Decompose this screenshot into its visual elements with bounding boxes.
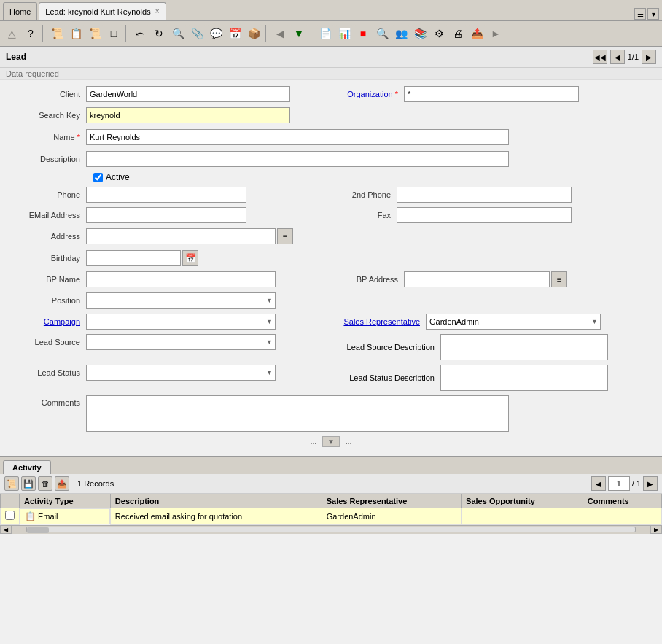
lead-title: Lead bbox=[6, 52, 26, 62]
birthday-input[interactable] bbox=[86, 250, 181, 266]
second-phone-col: 2nd Phone bbox=[338, 187, 656, 203]
divider-down-btn[interactable]: ▼ bbox=[322, 436, 340, 447]
salesrep-link[interactable]: Sales Representative bbox=[343, 317, 420, 326]
search-key-input[interactable] bbox=[86, 107, 290, 123]
nav-first-button[interactable]: ◀◀ bbox=[593, 50, 607, 64]
salesrep-select[interactable]: GardenAdmin bbox=[426, 314, 601, 330]
save-grid-button[interactable]: 📜 bbox=[86, 25, 104, 42]
copy-button[interactable]: 📋 bbox=[67, 25, 85, 42]
window-down-icon[interactable]: ▾ bbox=[647, 8, 659, 20]
lead-status-label: Lead Status bbox=[6, 368, 86, 377]
address-input[interactable] bbox=[86, 228, 276, 244]
client-input[interactable] bbox=[86, 86, 290, 102]
tab-lead-label: Lead: kreynold Kurt Reynolds bbox=[45, 7, 150, 16]
comments-input[interactable] bbox=[86, 395, 509, 432]
tab-lead-close[interactable]: × bbox=[155, 7, 160, 15]
email-col: EMail Address bbox=[6, 207, 324, 223]
export-button[interactable]: 📤 bbox=[468, 25, 486, 42]
book-button[interactable]: 📚 bbox=[411, 25, 429, 42]
name-input[interactable] bbox=[86, 129, 509, 145]
zoom-button[interactable]: 🔍 bbox=[169, 25, 187, 42]
activity-save-btn[interactable]: 💾 bbox=[21, 476, 36, 491]
main-content-area: Lead ◀◀ ◀ 1/1 ▶ Data requeried Client Or… bbox=[0, 47, 662, 644]
activity-col-opportunity[interactable]: Sales Opportunity bbox=[462, 494, 583, 508]
nav-forward-button[interactable]: ▼ bbox=[290, 25, 308, 42]
doc-button[interactable]: 📄 bbox=[316, 25, 334, 42]
scroll-thumb[interactable] bbox=[27, 527, 49, 533]
lead-status-select[interactable] bbox=[86, 365, 276, 381]
row-salesrep: GardenAdmin bbox=[322, 508, 461, 525]
back-button[interactable]: △ bbox=[3, 25, 20, 42]
second-phone-input[interactable] bbox=[397, 187, 572, 203]
scroll-track[interactable] bbox=[26, 527, 636, 532]
position-select[interactable] bbox=[86, 292, 276, 309]
lead-source-desc-input[interactable] bbox=[440, 334, 608, 360]
activity-col-description[interactable]: Description bbox=[110, 494, 322, 508]
activity-col-type[interactable]: Activity Type bbox=[20, 494, 111, 508]
calendar-button[interactable]: 📅 bbox=[226, 25, 244, 42]
description-input[interactable] bbox=[86, 151, 509, 167]
birthday-row: Birthday 📅 bbox=[6, 249, 656, 267]
nav-page-display: 1/1 bbox=[628, 53, 639, 61]
activity-delete-btn[interactable]: 🗑 bbox=[38, 476, 52, 491]
email-input[interactable] bbox=[86, 207, 246, 223]
nav-next-button[interactable]: ▶ bbox=[642, 50, 656, 64]
undo-button[interactable]: ⤺ bbox=[131, 25, 149, 42]
leadstatus-desc-col: Lead Status Description bbox=[338, 365, 656, 391]
more-button[interactable]: ► bbox=[487, 25, 505, 42]
bp-address-map-button[interactable]: ≡ bbox=[551, 271, 567, 287]
activity-nav-page[interactable] bbox=[608, 476, 630, 491]
tab-lead[interactable]: Lead: kreynold Kurt Reynolds × bbox=[39, 2, 166, 20]
search2-button[interactable]: 🔍 bbox=[373, 25, 391, 42]
scroll-right-btn[interactable]: ▶ bbox=[650, 525, 662, 534]
horizontal-scrollbar[interactable]: ◀ ▶ bbox=[0, 525, 662, 534]
people-button[interactable]: 👥 bbox=[392, 25, 410, 42]
scroll-left-btn[interactable]: ◀ bbox=[0, 525, 12, 534]
table-row: 📋 Email Received email asking for quotat… bbox=[1, 508, 662, 525]
nav-prev-button[interactable]: ◀ bbox=[610, 50, 625, 64]
address-map-button[interactable]: ≡ bbox=[277, 228, 293, 244]
phone-input[interactable] bbox=[86, 187, 246, 203]
lead-source-select[interactable] bbox=[86, 334, 276, 350]
window-menu-icon[interactable]: ☰ bbox=[634, 8, 646, 20]
flag-button[interactable]: ■ bbox=[354, 25, 372, 42]
activity-nav-next[interactable]: ▶ bbox=[643, 476, 658, 491]
activity-nav-prev[interactable]: ◀ bbox=[591, 476, 606, 491]
active-checkbox[interactable] bbox=[93, 173, 103, 182]
new-button[interactable]: 📜 bbox=[48, 25, 66, 42]
note-button[interactable]: 💬 bbox=[207, 25, 225, 42]
activity-new-btn[interactable]: 📜 bbox=[4, 476, 19, 491]
activity-export-btn[interactable]: 📤 bbox=[55, 476, 69, 491]
bp-name-input[interactable] bbox=[86, 271, 276, 287]
attach-button[interactable]: 📎 bbox=[188, 25, 206, 42]
row-activity-type: 📋 Email bbox=[20, 508, 110, 524]
row-checkbox[interactable] bbox=[5, 511, 15, 520]
birthday-calendar-button[interactable]: 📅 bbox=[182, 250, 198, 266]
tab-home[interactable]: Home bbox=[3, 2, 37, 20]
campaign-salesrep-row: Campaign Sales Representative GardenAdmi… bbox=[6, 314, 656, 330]
settings-button[interactable]: ⚙ bbox=[430, 25, 448, 42]
lead-status-desc-input[interactable] bbox=[440, 365, 608, 391]
bp-address-input[interactable] bbox=[404, 271, 550, 287]
nav-back-button[interactable]: ◀ bbox=[271, 25, 289, 42]
campaign-link[interactable]: Campaign bbox=[44, 317, 80, 326]
activity-tab[interactable]: Activity bbox=[3, 460, 51, 474]
archive-button[interactable]: 📦 bbox=[245, 25, 262, 42]
print-button[interactable]: 🖨 bbox=[449, 25, 467, 42]
org-input[interactable] bbox=[404, 86, 579, 102]
activity-col-salesrep[interactable]: Sales Representative bbox=[322, 494, 461, 508]
name-label: Name bbox=[6, 133, 86, 141]
activity-nav-sep: / bbox=[632, 479, 634, 488]
row-description: Received email asking for quotation bbox=[110, 508, 322, 525]
report-button[interactable]: 📊 bbox=[335, 25, 353, 42]
address-label: Address bbox=[6, 232, 86, 241]
activity-col-comments[interactable]: Comments bbox=[583, 494, 661, 508]
refresh-button[interactable]: ↻ bbox=[150, 25, 168, 42]
help-button[interactable]: ? bbox=[22, 25, 39, 42]
org-link[interactable]: Organization bbox=[347, 90, 392, 98]
delete-button[interactable]: □ bbox=[105, 25, 122, 42]
campaign-select[interactable] bbox=[86, 314, 276, 330]
fax-input[interactable] bbox=[397, 207, 572, 223]
row-activity-type-text: Email bbox=[38, 512, 58, 521]
row-activity-icon: 📋 bbox=[25, 511, 36, 521]
